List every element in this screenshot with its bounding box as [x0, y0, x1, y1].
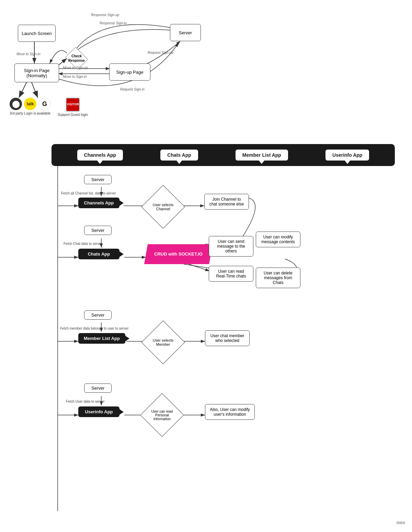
move-signin-label: Move to Sign-in [16, 52, 40, 56]
channels-result-box: Join Channel to chat someone else [204, 194, 249, 210]
launch-screen-label: Launch Screen [22, 31, 52, 36]
userinfo-app-box: Userinfo App [78, 406, 119, 417]
kakao-icon: talk [24, 98, 36, 110]
third-party-group: ⬤ talk G 3rd party Login is available [10, 98, 51, 115]
diagram-container: Launch Screen Sign-in Page (Normally) Ch… [0, 0, 412, 532]
userinfo-app-label: Userinfo App [85, 409, 113, 414]
chats-action4-label: User can delete messages from Chats [264, 271, 293, 285]
crud-box: CRUD with SOCKET.IO [144, 244, 213, 264]
chats-action2-label: User can modify message contents [261, 235, 295, 244]
chats-server-label: Server [91, 228, 104, 233]
check-response-wrap: Check Response [65, 48, 89, 69]
guest-label: Support Guest login [58, 113, 88, 117]
channels-result-label: Join Channel to chat someone else [209, 197, 244, 206]
chats-fetch-label: Fetch Chat data to server [64, 242, 102, 246]
tab-member-list-label: Member List App [242, 152, 281, 158]
tab-userinfo-label: Userinfo App [332, 152, 362, 158]
github-icon: ⬤ [10, 98, 22, 110]
chats-action3-label: User can read Real-Time chats [216, 269, 246, 279]
chats-app-box: Chats App [78, 249, 119, 259]
userinfo-result-box: Also, User can modify user's information [205, 404, 255, 420]
watermark: miro [397, 520, 405, 525]
member-app-box: Member List App [78, 333, 125, 344]
check-response-label: Check Response [65, 48, 89, 69]
tab-member-list[interactable]: Member List App [236, 150, 288, 161]
response-signin-label: Response Sign-in [100, 21, 127, 25]
tab-userinfo[interactable]: Userinfo App [325, 150, 369, 161]
userinfo-fetch-label: Fetch User data to server [66, 400, 105, 403]
member-result-box: User chat member who selected [205, 330, 250, 346]
chats-server-box: Server [84, 226, 112, 235]
request-signup-label: Request Sign-up [148, 51, 173, 55]
guest-group: VISITOR Support Guest login [58, 98, 88, 117]
userinfo-result-label: Also, User can modify user's information [210, 407, 250, 417]
signup-page-box: Sign-up Page [109, 63, 150, 81]
chats-action3-box: User can read Real-Time chats [209, 266, 253, 282]
request-signin-label: Request Sign-in [120, 87, 145, 91]
userinfo-diamond-label: User can read Personal Information [147, 400, 178, 430]
member-app-label: Member List App [84, 336, 120, 341]
tab-channels-label: Channels App [84, 152, 116, 158]
chats-action1-label: User can send message to the others [217, 239, 245, 253]
signin-page-label: Sign-in Page (Normally) [24, 68, 49, 78]
member-server-label: Server [91, 312, 104, 318]
guest-icon: VISITOR [66, 98, 80, 111]
member-result-label: User chat member who selected [210, 333, 244, 343]
third-party-label: 3rd party Login is available [10, 111, 50, 115]
launch-screen-box: Launch Screen [18, 25, 56, 42]
svg-line-6 [19, 81, 27, 98]
signup-page-label: Sign-up Page [116, 70, 144, 75]
channels-server-label: Server [91, 177, 104, 182]
member-diamond-wrap: User selects Member [148, 327, 179, 358]
member-fetch-label: Fetch member data belongs to user to ser… [60, 327, 129, 330]
crud-label: CRUD with SOCKET.IO [154, 251, 203, 257]
tab-chats[interactable]: Chats App [160, 150, 198, 161]
tab-channels[interactable]: Channels App [77, 150, 123, 161]
channels-diamond-label: User selects Channel [148, 191, 179, 222]
svg-line-7 [31, 81, 38, 98]
arrows-svg [0, 0, 412, 532]
tab-chats-label: Chats App [167, 152, 191, 158]
channels-app-label: Channels App [84, 200, 114, 205]
chats-action1-box: User can send message to the others [209, 236, 253, 257]
member-diamond-label: User selects Member [148, 327, 179, 358]
move-signup-label: Move to Sign-up [63, 66, 88, 70]
channels-diamond-wrap: User selects Channel [148, 191, 179, 222]
auth-server-label: Server [179, 30, 192, 35]
google-icon: G [38, 98, 51, 110]
auth-server-box: Server [170, 24, 201, 41]
chats-action4-box: User can delete messages from Chats [256, 268, 300, 288]
chats-app-label: Chats App [88, 251, 110, 257]
member-server-box: Server [84, 310, 112, 320]
tabs-bar: Channels App Chats App Member List App U… [52, 144, 395, 166]
channels-app-box: Channels App [78, 198, 119, 208]
signin-page-box: Sign-in Page (Normally) [14, 63, 59, 82]
move-signin2-label: Move to Sign-in [63, 75, 87, 79]
userinfo-diamond-wrap: User can read Personal Information [147, 400, 178, 430]
chats-action2-box: User can modify message contents [256, 232, 300, 247]
channels-server-box: Server [84, 175, 112, 184]
channels-fetch-label: Fetch all Channel list, data to server [61, 191, 116, 195]
userinfo-server-box: Server [84, 383, 112, 393]
response-signup-label: Response Sign-up [91, 13, 119, 17]
userinfo-server-label: Server [91, 386, 104, 391]
